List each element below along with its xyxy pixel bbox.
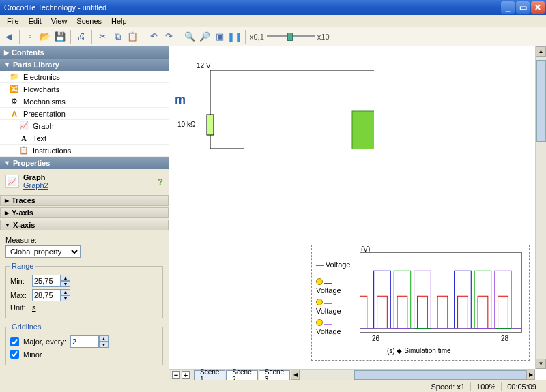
close-button[interactable]: ✕: [531, 1, 545, 14]
new-icon[interactable]: ▫: [24, 31, 36, 43]
graph-xlabel: (s) ◆ Simulation time: [387, 347, 451, 355]
tree-electronics[interactable]: 📁Electronics: [0, 71, 169, 83]
back-icon[interactable]: ◀: [3, 31, 15, 43]
help-icon[interactable]: ?: [158, 177, 163, 187]
undo-icon[interactable]: ↶: [147, 31, 160, 43]
pause-icon[interactable]: ❚❚: [229, 31, 241, 43]
gridlines-fieldset: Gridlines Major, every: ▲▼ Minor: [5, 322, 163, 365]
min-down[interactable]: ▼: [61, 281, 70, 287]
max-input[interactable]: [32, 289, 61, 301]
parts-tree: 📁Electronics 🔀Flowcharts ⚙Mechanisms APr…: [0, 71, 169, 157]
graph-thumb-icon: 📈: [5, 175, 19, 188]
open-icon[interactable]: 📂: [39, 31, 51, 43]
measure-label: Measure:: [5, 236, 163, 244]
paste-icon[interactable]: 📋: [126, 31, 139, 43]
sidebar: ▶Contents ▼Parts Library 📁Electronics 🔀F…: [0, 46, 169, 380]
contents-header[interactable]: ▶Contents: [0, 46, 169, 59]
print-icon[interactable]: 🖨: [75, 31, 87, 43]
tree-text[interactable]: AText: [0, 132, 169, 145]
voltage-graph[interactable]: (V) — Voltage — Voltage — Voltage — Volt…: [311, 245, 530, 361]
menu-edit[interactable]: Edit: [25, 16, 46, 26]
graph-link[interactable]: Graph2: [23, 181, 48, 190]
status-zoom: 100%: [470, 382, 501, 391]
fit-icon[interactable]: ▣: [214, 31, 226, 43]
status-time: 00:05:09: [501, 382, 542, 391]
zoom-plus[interactable]: +: [182, 371, 190, 379]
maximize-button[interactable]: ▭: [516, 1, 530, 14]
menu-file[interactable]: File: [3, 16, 23, 26]
speed-min: x0,1: [250, 33, 264, 41]
unit-value[interactable]: s: [32, 303, 36, 312]
svg-rect-25: [352, 111, 374, 149]
horizontal-scrollbar[interactable]: −+ Scene 1 Scene 2 Scene 3 ◀ ▶: [169, 369, 535, 380]
status-bar: Speed: x1 100% 00:05:09: [0, 380, 546, 392]
svg-text:10 kΩ: 10 kΩ: [177, 121, 196, 128]
cut-icon[interactable]: ✂: [96, 31, 109, 43]
min-up[interactable]: ▲: [61, 275, 70, 281]
vertical-scrollbar[interactable]: ▲ ▼: [535, 46, 546, 369]
canvas[interactable]: m 12 V 0V 10 kΩ 0 kΩ 10 µF 555 1 kΩ 1 kΩ: [169, 46, 546, 380]
flow-icon: 🔀: [10, 85, 19, 93]
minor-check[interactable]: [10, 350, 19, 359]
tree-instructions[interactable]: 📋Instructions: [0, 145, 169, 157]
major-check[interactable]: [10, 337, 19, 346]
titlebar: Crocodile Technology - untitled _ ▭ ✕: [0, 0, 546, 15]
tree-mechanisms[interactable]: ⚙Mechanisms: [0, 95, 169, 108]
properties-header[interactable]: ▼Properties: [0, 157, 169, 169]
instructions-icon: 📋: [19, 146, 29, 155]
scene-tab-2[interactable]: Scene 2: [226, 370, 257, 380]
status-speed: Speed: x1: [425, 382, 470, 391]
redo-icon[interactable]: ↷: [162, 31, 175, 43]
toolbar: ◀ ▫ 📂 💾 🖨 ✂ ⧉ 📋 ↶ ↷ 🔍 🔎 ▣ ❚❚ x0,1 x10: [0, 27, 546, 46]
text-icon: A: [19, 134, 29, 142]
scene-tab-3[interactable]: Scene 3: [259, 370, 290, 380]
svg-text:12 V: 12 V: [197, 62, 211, 70]
menubar: File Edit View Scenes Help: [0, 15, 546, 27]
save-icon[interactable]: 💾: [54, 31, 66, 43]
app-title: Crocodile Technology - untitled: [4, 3, 106, 12]
max-down[interactable]: ▼: [61, 295, 70, 301]
tree-presentation[interactable]: APresentation: [0, 108, 169, 120]
zoom-in-icon[interactable]: 🔍: [184, 31, 196, 43]
measure-select[interactable]: Global property: [5, 245, 81, 258]
zoom-minus[interactable]: −: [172, 371, 180, 379]
folder-icon: 📁: [10, 72, 19, 81]
zoom-out-icon[interactable]: 🔎: [199, 31, 211, 43]
graph-title: Graph: [23, 173, 48, 181]
presentation-icon: A: [10, 110, 19, 118]
copy-icon[interactable]: ⧉: [111, 31, 124, 43]
menu-scenes[interactable]: Scenes: [72, 16, 106, 26]
minimize-button[interactable]: _: [501, 1, 515, 14]
speed-slider[interactable]: x0,1 x10: [250, 33, 330, 41]
svg-rect-5: [207, 115, 214, 135]
menu-help[interactable]: Help: [107, 16, 131, 26]
scene-tab-1[interactable]: Scene 1: [194, 370, 225, 380]
menu-view[interactable]: View: [47, 16, 72, 26]
parts-library-header[interactable]: ▼Parts Library: [0, 59, 169, 71]
range-fieldset: Range Min: ▲▼ Max: ▲▼ Unit:s: [5, 262, 163, 318]
major-input[interactable]: [70, 335, 99, 348]
schematic[interactable]: 12 V 0V 10 kΩ 0 kΩ 10 µF 555 1 kΩ 1 kΩ 0: [169, 46, 374, 149]
speed-max: x10: [317, 33, 330, 41]
section-traces[interactable]: ▶Traces: [0, 195, 169, 206]
max-up[interactable]: ▲: [61, 289, 70, 295]
tree-graph[interactable]: 📈Graph: [0, 120, 169, 132]
graph-icon: 📈: [19, 121, 29, 130]
tree-flowcharts[interactable]: 🔀Flowcharts: [0, 83, 169, 95]
section-xaxis[interactable]: ▼X-axis: [0, 220, 169, 230]
min-input[interactable]: [32, 275, 61, 287]
gear-icon: ⚙: [10, 97, 19, 106]
section-yaxis[interactable]: ▶Y-axis: [0, 207, 169, 218]
